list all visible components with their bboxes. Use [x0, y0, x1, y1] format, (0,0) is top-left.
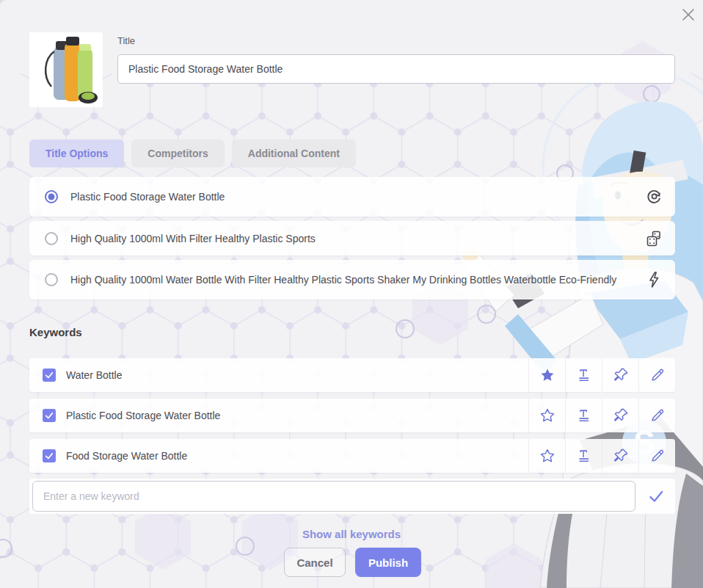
check-icon: [44, 410, 54, 421]
title-option-row[interactable]: High Quality 1000ml Water Bottle With Fi…: [29, 260, 675, 300]
dice-icon: [645, 230, 663, 247]
keyword-label: Food Storage Water Bottle: [66, 450, 187, 462]
keyword-actions: [528, 439, 675, 473]
text-button[interactable]: [565, 439, 602, 473]
edit-icon: [649, 367, 666, 383]
radio-unselected-icon[interactable]: [44, 231, 59, 246]
text-icon: [576, 407, 592, 424]
regenerate-button[interactable]: [633, 177, 675, 217]
tab-bar: Title Options Competitors Additional Con…: [29, 139, 356, 167]
keywords-heading: Keywords: [29, 326, 82, 338]
tab-additional-content[interactable]: Additional Content: [232, 139, 356, 167]
title-option-row[interactable]: High Quality 1000ml With Filter Healthy …: [29, 221, 675, 255]
text-button[interactable]: [565, 358, 602, 392]
keyword-actions: [528, 399, 675, 432]
edit-button[interactable]: [638, 439, 675, 473]
star-button[interactable]: [528, 399, 565, 432]
water-bottles-image: [29, 32, 103, 107]
keyword-actions: [528, 358, 675, 392]
check-icon: [646, 487, 666, 506]
star-button[interactable]: [528, 439, 565, 473]
pin-button[interactable]: [602, 358, 638, 392]
new-keyword-input[interactable]: [32, 481, 635, 512]
tab-competitors[interactable]: Competitors: [131, 139, 224, 167]
keyword-row: Water Bottle: [29, 358, 675, 392]
title-option-row[interactable]: Plastic Food Storage Water Bottle: [29, 177, 675, 217]
close-icon: [680, 6, 697, 23]
title-option-label: High Quality 1000ml With Filter Healthy …: [70, 233, 367, 244]
title-input[interactable]: [117, 54, 675, 84]
title-option-label: High Quality 1000ml Water Bottle With Fi…: [70, 274, 668, 286]
keyword-checkbox[interactable]: [43, 409, 56, 422]
check-icon: [44, 451, 54, 461]
cancel-button[interactable]: Cancel: [284, 548, 346, 577]
pin-icon: [613, 407, 629, 424]
edit-listing-dialog: S Title Title Option: [0, 0, 703, 588]
radio-selected-icon[interactable]: [44, 189, 59, 204]
keyword-checkbox[interactable]: [43, 369, 56, 382]
keyword-checkbox[interactable]: [43, 449, 56, 462]
show-all-keywords-link[interactable]: Show all keywords: [0, 527, 703, 541]
pin-icon: [613, 448, 629, 464]
lightning-icon: [645, 271, 663, 288]
edit-button[interactable]: [638, 399, 675, 432]
generate-button[interactable]: [633, 260, 675, 300]
star-icon: [539, 407, 556, 424]
title-option-label: Plastic Food Storage Water Bottle: [70, 191, 276, 203]
text-button[interactable]: [565, 399, 602, 432]
edit-button[interactable]: [638, 358, 675, 392]
keyword-row: Food Storage Water Bottle: [29, 439, 675, 473]
check-icon: [44, 370, 54, 380]
pin-button[interactable]: [602, 439, 638, 473]
text-icon: [576, 448, 592, 464]
edit-icon: [649, 407, 666, 424]
pin-icon: [613, 367, 629, 383]
add-keyword-button[interactable]: [637, 479, 675, 514]
star-button[interactable]: [528, 358, 565, 392]
tab-title-options[interactable]: Title Options: [29, 139, 124, 167]
publish-button[interactable]: Publish: [355, 548, 421, 577]
pin-button[interactable]: [602, 399, 638, 432]
keyword-row: Plastic Food Storage Water Bottle: [29, 399, 675, 432]
edit-icon: [649, 448, 666, 464]
star-icon: [539, 367, 556, 383]
star-icon: [539, 448, 556, 464]
keyword-label: Water Bottle: [66, 369, 123, 381]
radio-unselected-icon[interactable]: [44, 272, 59, 287]
product-image: [29, 32, 103, 107]
keyword-label: Plastic Food Storage Water Bottle: [66, 410, 220, 421]
close-button[interactable]: [678, 4, 699, 25]
randomize-button[interactable]: [633, 221, 675, 255]
regenerate-icon: [645, 188, 663, 206]
new-keyword-row: [29, 479, 675, 514]
text-icon: [576, 367, 592, 383]
title-label: Title: [117, 35, 135, 46]
